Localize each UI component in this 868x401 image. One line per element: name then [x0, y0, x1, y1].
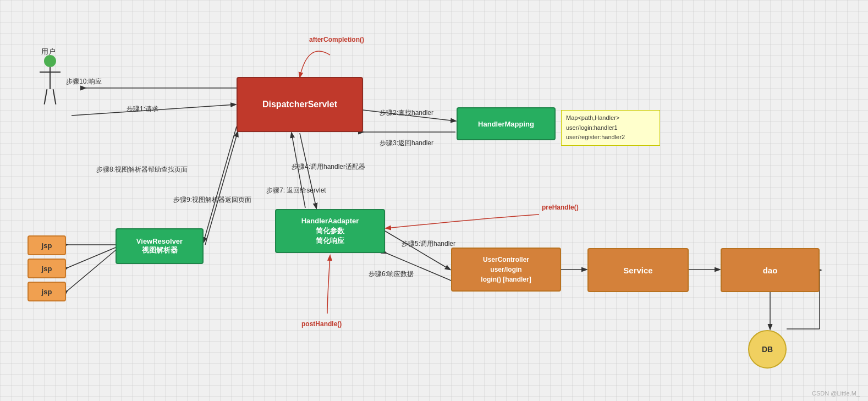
db-label: DB [762, 345, 773, 354]
handler-mapping-label: HandlerMapping [478, 120, 534, 128]
svg-line-17 [67, 248, 116, 268]
after-completion-label: afterCompletion() [309, 36, 364, 43]
user-head [44, 55, 56, 67]
note-line2: user/login:handler1 [566, 123, 655, 133]
handler-mapping-note: Map<path,Handler> user/login:handler1 us… [561, 110, 660, 146]
step10-label: 步骤10:响应 [66, 77, 102, 86]
arrows-svg [0, 0, 868, 401]
note-line1: Map<path,Handler> [566, 113, 655, 123]
jsp-node-3: jsp [28, 282, 66, 301]
jsp-node-2: jsp [28, 259, 66, 278]
diagram-canvas: 用户 DispatcherServlet HandlerMapping Map<… [0, 0, 868, 401]
step9-label: 步骤9:视图解析器返回页面 [173, 195, 251, 205]
watermark: CSDN @Little.M_ [812, 390, 860, 397]
svg-line-14 [204, 127, 237, 242]
dao-node: dao [721, 248, 820, 292]
jsp-node-1: jsp [28, 235, 66, 255]
db-node: DB [748, 330, 787, 369]
jsp-label-3: jsp [42, 288, 52, 296]
handler-adapter-node: HandlerAadapter 简化参数 简化响应 [275, 209, 385, 253]
svg-line-15 [205, 132, 238, 245]
handler-adapter-label3: 简化响应 [316, 236, 344, 246]
step2-label: 步骤2:查找handler [380, 108, 433, 118]
handler-mapping-node: HandlerMapping [457, 107, 556, 140]
note-line3: user/register:handler2 [566, 133, 655, 142]
svg-line-6 [385, 231, 450, 270]
dao-label: dao [763, 266, 778, 275]
handler-adapter-label2: 简化参数 [316, 226, 344, 236]
user-label: 用户 [41, 47, 56, 57]
user-controller-label3: login() [handler] [481, 274, 531, 284]
user-controller-label1: UserController [483, 255, 529, 265]
view-resolver-label1: ViewResolver [136, 237, 183, 245]
view-resolver-label2: 视图解析器 [142, 245, 178, 255]
dispatcher-servlet-node: DispatcherServlet [237, 77, 363, 132]
dispatcher-servlet-label: DispatcherServlet [262, 100, 337, 109]
user-body [44, 67, 56, 105]
step7-label: 步骤7: 返回给servlet [266, 186, 326, 195]
step5-label: 步骤5:调用handler [402, 239, 455, 249]
step8-label: 步骤8:视图解析器帮助查找页面 [96, 165, 188, 174]
service-node: Service [587, 248, 689, 292]
svg-line-18 [67, 250, 116, 291]
service-label: Service [623, 266, 652, 275]
user-controller-node: UserController user/login login() [handl… [451, 248, 561, 292]
user-controller-label2: user/login [490, 265, 521, 274]
step4-label: 步骤4:调用handler适配器 [292, 162, 365, 172]
post-handle-label: postHandle() [301, 320, 342, 328]
step6-label: 步骤6:响应数据 [369, 270, 414, 279]
view-resolver-node: ViewResolver 视图解析器 [116, 228, 204, 264]
handler-adapter-label1: HandlerAadapter [301, 216, 359, 226]
step3-label: 步骤3:返回handler [380, 139, 433, 148]
step1-label: 步骤1:请求 [127, 105, 158, 114]
jsp-label-1: jsp [42, 241, 52, 250]
user-figure [44, 55, 56, 105]
jsp-label-2: jsp [42, 265, 52, 273]
pre-handle-label: preHandle() [542, 204, 579, 211]
